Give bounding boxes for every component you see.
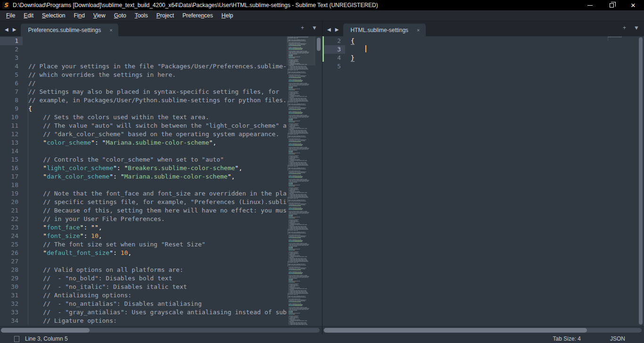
editor-group-container: ◀ ▶ Preferences.sublime-settings × + ▼ 1… <box>0 21 644 326</box>
line-number: 21 <box>0 206 23 215</box>
scrollbar-thumb[interactable] <box>324 328 587 333</box>
code-line: // "dark_color_scheme" based on the oper… <box>28 130 287 139</box>
menu-selection[interactable]: Selection <box>38 11 69 20</box>
tab-history-back-icon[interactable]: ◀ <box>327 27 331 32</box>
line-number: 1 <box>0 37 23 45</box>
line-number: 8 <box>0 96 23 105</box>
minimap[interactable] <box>607 36 637 326</box>
restore-icon <box>610 3 614 8</box>
editor-right[interactable]: 2345 { } <box>322 36 644 326</box>
horizontal-scrollbar-right[interactable] <box>322 327 644 335</box>
code-line: "font_size": 10, <box>28 232 287 240</box>
code-line: "default_font_size": 10, <box>28 249 287 257</box>
menu-bar: FileEditSelectionFindViewGotoToolsProjec… <box>0 10 644 21</box>
syntax-indicator[interactable]: JSON <box>610 335 625 342</box>
code-line: // The font size set when using "Reset S… <box>28 240 287 249</box>
pane-right: ◀ ▶ HTML.sublime-settings × + ▼ 2345 { } <box>322 21 644 326</box>
code-line: // in your User File Preferences. <box>28 215 287 223</box>
vertical-scrollbar[interactable] <box>315 36 322 326</box>
menu-view[interactable]: View <box>89 11 110 20</box>
line-number: 3 <box>0 54 23 62</box>
editor-left[interactable]: 1234567891011121314151617181920212223242… <box>0 36 322 326</box>
code-lines[interactable]: { } <box>345 36 607 326</box>
tab-overflow-icon[interactable]: ▼ <box>312 24 317 31</box>
gutter: 2345 <box>322 36 345 326</box>
vertical-scrollbar[interactable] <box>637 36 644 326</box>
tab-history-forward-icon[interactable]: ▶ <box>335 27 339 32</box>
minimize-button[interactable] <box>579 0 601 10</box>
sublime-logo-icon: S <box>2 2 9 9</box>
title-bar: S D:\Download\Programs [Download]\sublim… <box>0 0 644 10</box>
code-line: // - "gray_antialias": Uses grayscale an… <box>28 308 287 317</box>
code-line: // which overrides the settings in here. <box>28 71 287 79</box>
code-line: } <box>351 54 607 62</box>
menu-help[interactable]: Help <box>217 11 238 20</box>
line-number: 33 <box>0 308 23 317</box>
tab-overflow-icon[interactable]: ▼ <box>634 24 639 31</box>
tab-close-icon[interactable]: × <box>101 27 112 33</box>
line-number: 3 <box>322 45 345 54</box>
status-panel-icon[interactable] <box>14 336 19 342</box>
tab-html-sublime-settings[interactable]: HTML.sublime-settings × <box>343 24 425 36</box>
gutter: 1234567891011121314151617181920212223242… <box>0 36 23 326</box>
menu-find[interactable]: Find <box>69 11 89 20</box>
tab-label: Preferences.sublime-settings <box>28 27 101 33</box>
cursor-position: Line 3, Column 5 <box>25 335 68 342</box>
vertical-scrollbar-thumb[interactable] <box>317 38 321 51</box>
line-number: 10 <box>0 113 23 122</box>
line-number: 9 <box>0 105 23 113</box>
code-line <box>28 257 287 266</box>
line-number: 15 <box>0 155 23 164</box>
code-line: // Valid options on all platforms are: <box>28 266 287 274</box>
restore-button[interactable] <box>601 0 622 10</box>
line-number: 5 <box>322 62 345 71</box>
close-button[interactable]: ✕ <box>622 0 644 10</box>
diff-added-marker <box>322 36 324 62</box>
code-line: // Controls the "color_scheme" when set … <box>28 155 287 164</box>
code-lines[interactable]: // Place your settings in the file "Pack… <box>23 36 287 326</box>
menu-preferences[interactable]: Preferences <box>178 11 217 20</box>
code-line: // specific settings file, for example, … <box>28 198 287 206</box>
tab-strip-right: ◀ ▶ HTML.sublime-settings × + ▼ <box>322 21 644 36</box>
minimap[interactable] <box>287 36 315 326</box>
line-number: 5 <box>0 71 23 79</box>
line-number: 11 <box>0 122 23 130</box>
menu-file[interactable]: File <box>2 11 19 20</box>
code-line: // - "no_antialias": Disables antialiasi… <box>28 300 287 308</box>
code-line: // Because of this, setting them here wi… <box>28 206 287 215</box>
line-number: 24 <box>0 232 23 240</box>
menu-tools[interactable]: Tools <box>131 11 152 20</box>
tab-preferences-sublime-settings[interactable]: Preferences.sublime-settings × <box>21 24 118 36</box>
code-line: // Place your settings in the file "Pack… <box>28 62 287 71</box>
line-number: 7 <box>0 88 23 96</box>
line-number: 26 <box>0 249 23 257</box>
window-title: D:\Download\Programs [Download]\sublime_… <box>13 2 378 8</box>
code-line: // - "no_liga": Disables standard ligatu… <box>28 325 287 326</box>
new-tab-icon[interactable]: + <box>301 24 304 31</box>
line-number: 22 <box>0 215 23 223</box>
code-line: // Note that the font_face and font_size… <box>28 189 287 198</box>
code-line: "dark_color_scheme": "Mariana.sublime-co… <box>28 172 287 181</box>
line-number: 4 <box>322 54 345 62</box>
menu-edit[interactable]: Edit <box>19 11 38 20</box>
code-line: "font_face": "", <box>28 223 287 232</box>
horizontal-scrollbar-left[interactable] <box>0 327 322 335</box>
menu-goto[interactable]: Goto <box>110 11 131 20</box>
status-bar: Line 3, Column 5 Tab Size: 4 JSON <box>0 335 644 343</box>
line-number: 32 <box>0 300 23 308</box>
new-tab-icon[interactable]: + <box>623 24 626 31</box>
tab-size-indicator[interactable]: Tab Size: 4 <box>553 335 581 342</box>
code-line: { <box>351 37 607 45</box>
scrollbar-thumb[interactable] <box>1 328 90 333</box>
tab-history-forward-icon[interactable]: ▶ <box>13 27 17 32</box>
pane-left: ◀ ▶ Preferences.sublime-settings × + ▼ 1… <box>0 21 322 326</box>
tab-history-back-icon[interactable]: ◀ <box>5 27 8 32</box>
code-line <box>28 181 287 189</box>
code-line: // Sets the colors used within the text … <box>28 113 287 122</box>
code-line <box>351 62 607 71</box>
line-number: 19 <box>0 189 23 198</box>
vertical-scrollbar-thumb[interactable] <box>639 37 643 325</box>
tab-close-icon[interactable]: × <box>408 27 420 33</box>
line-number: 31 <box>0 291 23 300</box>
menu-project[interactable]: Project <box>152 11 178 20</box>
